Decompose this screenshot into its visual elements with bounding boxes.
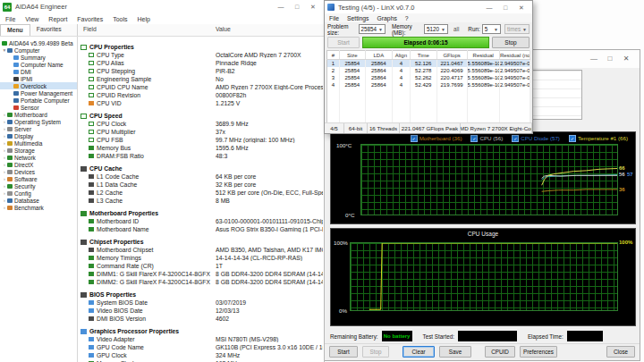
tree-item-dmi[interactable]: DMI bbox=[0, 68, 77, 75]
tree-item-devices[interactable]: ›Devices bbox=[0, 168, 77, 175]
menu-item-help[interactable]: Help bbox=[137, 16, 149, 22]
menu-item-favorites[interactable]: Favorites bbox=[77, 16, 103, 22]
tree-item-display[interactable]: ›Display bbox=[0, 132, 77, 139]
field-row-video-bios-date[interactable]: Video BIOS Date12/03/13 bbox=[78, 307, 324, 315]
field-row-cpu-alias[interactable]: CPU AliasPinnacle Ridge bbox=[78, 59, 324, 67]
table-row[interactable]: 32585425864452.262220.47175.556089e-102.… bbox=[327, 74, 530, 81]
close-icon[interactable]: ✕ bbox=[305, 1, 321, 13]
field-row-video-adapter[interactable]: Video AdapterMSI N780Ti (MS-V298) bbox=[78, 335, 324, 343]
tree-item-motherboard[interactable]: ›Motherboard bbox=[0, 111, 77, 118]
tree-item-summary[interactable]: Summary bbox=[0, 54, 77, 61]
menu-item-[interactable]: ? bbox=[405, 15, 409, 21]
field-row-l3-cache[interactable]: L3 Cache8 MB bbox=[78, 197, 324, 205]
field-row-cpu-type[interactable]: CPU TypeOctalCore AMD Ryzen 7 2700X bbox=[78, 51, 324, 59]
field-row-l1-data-cache[interactable]: L1 Data Cache32 KB per core bbox=[78, 181, 324, 189]
col-header-lda[interactable]: LDA bbox=[366, 51, 393, 60]
field-row-cpuid-revision[interactable]: CPUID Revision00800F82h bbox=[78, 91, 324, 99]
menu-item-view[interactable]: View bbox=[25, 16, 38, 22]
field-row-motherboard-id[interactable]: Motherboard ID63-0100-000001-00101111-09… bbox=[78, 217, 324, 225]
preferences-button[interactable]: Preferences bbox=[520, 346, 557, 358]
field-row-dmi-bios-version[interactable]: DMI BIOS Version4602 bbox=[78, 315, 324, 323]
tree-item-ipmi[interactable]: IPMI bbox=[0, 75, 77, 82]
tree-item-storage[interactable]: ›Storage bbox=[0, 147, 77, 154]
tree-item-directx[interactable]: ›DirectX bbox=[0, 161, 77, 168]
field-row-l1-code-cache[interactable]: L1 Code Cache64 KB per core bbox=[78, 173, 324, 181]
col-header-time[interactable]: Time bbox=[411, 51, 437, 60]
maximize-icon[interactable]: □ bbox=[602, 50, 618, 68]
field-row-cpu-clock[interactable]: CPU Clock3689.9 MHz bbox=[78, 120, 324, 128]
field-row-memory-bus[interactable]: Memory Bus1595.6 MHz bbox=[78, 144, 324, 152]
all-button[interactable]: all bbox=[453, 26, 459, 32]
field-row-cpuid-cpu-name[interactable]: CPUID CPU NameAMD Ryzen 7 2700X Eight-Co… bbox=[78, 83, 324, 91]
table-row[interactable]: 12585425864452.126221.04675.556089e-102.… bbox=[327, 60, 530, 68]
memory-select[interactable]: 5120▼ bbox=[424, 24, 448, 34]
minimize-icon[interactable]: — bbox=[481, 2, 497, 13]
menu-item-tools[interactable]: Tools bbox=[113, 16, 127, 22]
tree-item-multimedia[interactable]: ›Multimedia bbox=[0, 139, 77, 147]
close-icon[interactable]: ✕ bbox=[618, 50, 634, 68]
tree-item-config[interactable]: ›Config bbox=[0, 189, 77, 197]
tree-item-network[interactable]: ›Network bbox=[0, 154, 77, 161]
tab-favorites[interactable]: Favorites bbox=[30, 24, 68, 36]
col-header-align[interactable]: Align bbox=[392, 51, 410, 60]
tree-item-server[interactable]: ›Server bbox=[0, 125, 77, 132]
field-row-gpu-clock[interactable]: GPU Clock324 MHz bbox=[78, 351, 324, 359]
tree-item-aida64-v5-99-4989-beta[interactable]: AIDA64 v5.99.4989 Beta bbox=[0, 39, 77, 46]
checkbox-checked-icon[interactable]: ✓ bbox=[512, 135, 519, 142]
col-header-[interactable]: # bbox=[327, 51, 340, 60]
field-row-engineering-sample[interactable]: Engineering SampleNo bbox=[78, 75, 324, 83]
tree-item-software[interactable]: ›Software bbox=[0, 175, 77, 182]
close-button[interactable]: Close bbox=[606, 346, 635, 358]
tree-item-overclock[interactable]: Overclock bbox=[0, 82, 77, 89]
field-row-dimm2-g-skill-flarex-f4-3200c14-8gfx[interactable]: DIMM2: G Skill FlareX F4-3200C14-8GFX8 G… bbox=[78, 278, 324, 286]
checkbox-checked-icon[interactable]: ✓ bbox=[470, 135, 478, 142]
table-row[interactable]: 22585425864452.278220.40695.556089e-102.… bbox=[327, 67, 530, 74]
tree-item-benchmark[interactable]: ›Benchmark bbox=[0, 204, 77, 211]
field-row-cpu-multiplier[interactable]: CPU Multiplier37x bbox=[78, 128, 324, 136]
field-row-motherboard-chipset[interactable]: Motherboard ChipsetAMD B350, AMD Taishan… bbox=[78, 246, 324, 254]
field-row-memory-timings[interactable]: Memory Timings14-14-14-34 (CL-RCD-RP-RAS… bbox=[78, 254, 324, 262]
problem-size-select[interactable]: 25854▼ bbox=[359, 24, 386, 34]
tree-item-sensor[interactable]: Sensor bbox=[0, 104, 77, 111]
field-row-cpu-stepping[interactable]: CPU SteppingPiR-B2 bbox=[78, 67, 324, 75]
tree-item-database[interactable]: ›Database bbox=[0, 197, 77, 204]
col-header-residual[interactable]: Residual bbox=[467, 51, 499, 60]
field-row-gpu-code-name[interactable]: GPU Code NameGK110B (PCI Express 3.0 x16… bbox=[78, 343, 324, 351]
tree-item-security[interactable]: ›Security bbox=[0, 182, 77, 189]
field-row-system-bios-date[interactable]: System BIOS Date03/07/2019 bbox=[78, 299, 324, 307]
checkbox-checked-icon[interactable]: ✓ bbox=[411, 135, 418, 142]
checkbox-checked-icon[interactable]: ✓ bbox=[569, 135, 576, 142]
field-row-dimm1-g-skill-flarex-f4-3200c14-8gfx[interactable]: DIMM1: G Skill FlareX F4-3200C14-8GFX8 G… bbox=[78, 270, 324, 278]
field-row-dram-fsb-ratio[interactable]: DRAM:FSB Ratio48:3 bbox=[78, 152, 324, 160]
tree-item-operating-system[interactable]: ›Operating System bbox=[0, 118, 77, 125]
table-row[interactable]: 42585425864452.429219.76995.556089e-102.… bbox=[327, 81, 530, 88]
minimize-icon[interactable]: — bbox=[586, 50, 602, 68]
tab-menu[interactable]: Menu bbox=[0, 24, 30, 36]
maximize-icon[interactable]: □ bbox=[497, 2, 513, 13]
menu-item-graphs[interactable]: Graphs bbox=[377, 15, 397, 21]
col-header-residual-norm[interactable]: Residual (norm.) bbox=[499, 51, 530, 60]
field-row-motherboard-name[interactable]: Motherboard NameAsus ROG Strix B350-I Ga… bbox=[78, 225, 324, 233]
tree-item-computer[interactable]: ▾Computer bbox=[0, 46, 77, 54]
field-row-command-rate-cr[interactable]: Command Rate (CR)1T bbox=[78, 262, 324, 270]
tree-item-portable-computer[interactable]: Portable Computer bbox=[0, 97, 77, 104]
tree-item-computer-name[interactable]: Computer Name bbox=[0, 61, 77, 68]
close-icon[interactable]: ✕ bbox=[513, 2, 530, 13]
start-button[interactable]: Start bbox=[329, 346, 358, 358]
tree-item-power-management[interactable]: Power Management bbox=[0, 89, 77, 97]
menu-item-report[interactable]: Report bbox=[48, 16, 67, 22]
field-row-cpu-vid[interactable]: CPU VID1.2125 V bbox=[78, 99, 324, 107]
clear-button[interactable]: Clear bbox=[402, 346, 435, 358]
menu-item-file[interactable]: File bbox=[5, 16, 15, 22]
col-header-size[interactable]: Size bbox=[339, 51, 366, 60]
maximize-icon[interactable]: □ bbox=[289, 1, 305, 13]
menu-item-file[interactable]: File bbox=[329, 15, 339, 21]
stop-button[interactable]: Stop bbox=[492, 37, 530, 48]
save-button[interactable]: Save bbox=[439, 346, 471, 358]
menu-item-settings[interactable]: Settings bbox=[347, 15, 369, 21]
field-row-l2-cache[interactable]: L2 Cache512 KB per core (On-Die, ECC, Fu… bbox=[78, 189, 324, 197]
field-row-cpu-fsb[interactable]: CPU FSB99.7 MHz (original: 100 MHz) bbox=[78, 136, 324, 144]
cpuid-button[interactable]: CPUID bbox=[485, 346, 515, 358]
col-header-gflops[interactable]: GFlops bbox=[436, 51, 467, 60]
run-count-select[interactable]: 5▼ bbox=[482, 24, 501, 34]
